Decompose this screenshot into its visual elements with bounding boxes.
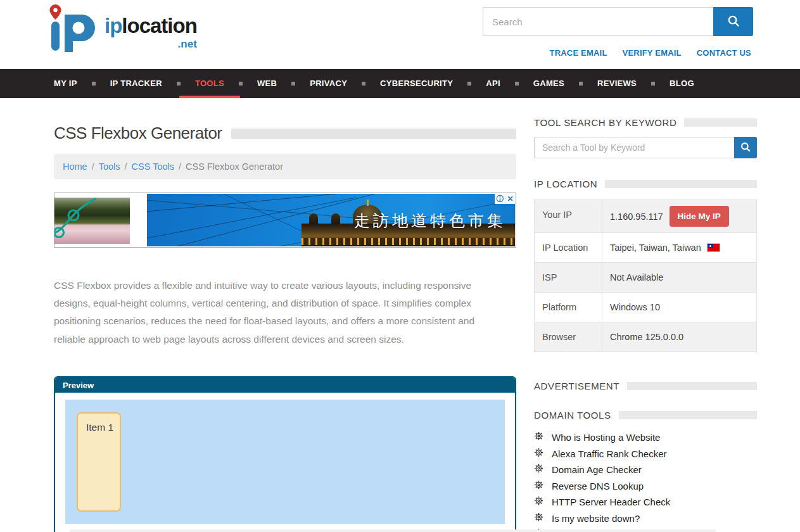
domain-tool-label: Who is Hosting a Website	[552, 432, 660, 443]
logo-mark-icon	[48, 4, 102, 62]
nav-item-ip-tracker[interactable]: IP TRACKER	[110, 69, 162, 98]
tool-search-heading: TOOL SEARCH BY KEYWORD	[534, 117, 757, 128]
nav-item-blog[interactable]: BLOG	[670, 69, 694, 98]
header-search	[483, 7, 753, 36]
header-search-input[interactable]	[483, 7, 713, 36]
search-icon	[727, 14, 740, 30]
ad-headline: 走訪地道特色市集	[354, 210, 506, 231]
breadcrumb-separator: /	[125, 162, 127, 172]
row-label: Platform	[535, 293, 602, 322]
breadcrumb-current: CSS Flexbox Generator	[186, 162, 283, 172]
ad-banner[interactable]: 走訪地道特色市集 ⓘ ✕	[54, 193, 516, 248]
breadcrumb-css-tools-link[interactable]: CSS Tools	[132, 162, 174, 172]
row-label: ISP	[535, 263, 602, 292]
domain-tool-link-http-header[interactable]: HTTP Server Header Check	[534, 496, 757, 508]
hide-my-ip-button[interactable]: Hide My IP	[670, 206, 729, 227]
heading-decor-bar	[684, 118, 757, 127]
nav-item-cybersecurity[interactable]: CYBERSECURITY	[380, 69, 453, 98]
verify-email-link[interactable]: VERIFY EMAIL	[623, 48, 682, 58]
heading-decor-bar	[619, 411, 757, 419]
domain-tools-list: Who is Hosting a Website Alexa Traffic R…	[534, 431, 757, 532]
breadcrumb-separator: /	[92, 162, 94, 172]
nav-separator	[291, 82, 295, 86]
row-value: Chrome 125.0.0.0	[602, 322, 756, 352]
tool-search	[534, 137, 757, 158]
gear-icon	[534, 496, 543, 508]
header-links: TRACE EMAIL VERIFY EMAIL CONTACT US	[550, 48, 751, 58]
table-row: Browser Chrome 125.0.0.0	[535, 322, 756, 352]
gear-icon	[534, 431, 543, 443]
domain-tool-link-reverse-dns[interactable]: Reverse DNS Lookup	[534, 480, 757, 492]
breadcrumb-home-link[interactable]: Home	[63, 162, 87, 172]
domain-tools-heading-text: DOMAIN TOOLS	[534, 410, 611, 421]
gear-icon	[534, 464, 543, 476]
domain-tool-label: HTTP Server Header Check	[552, 497, 670, 507]
ip-location-table: Your IP 1.160.95.117 Hide My IP IP Locat…	[534, 200, 757, 352]
gear-icon	[534, 480, 543, 492]
ip-location-heading: IP LOCATION	[534, 179, 757, 189]
heading-decor-bar	[605, 180, 757, 188]
tool-search-input[interactable]	[534, 137, 734, 158]
main-nav: MY IP IP TRACKER TOOLS WEB PRIVACY CYBER…	[0, 69, 800, 98]
site-logo[interactable]: iplocation .net	[48, 4, 197, 62]
ad-left-image	[54, 198, 130, 244]
gear-icon	[534, 512, 543, 524]
platform-value: Windows 10	[610, 302, 660, 312]
nav-item-api[interactable]: API	[486, 69, 500, 98]
tool-search-heading-text: TOOL SEARCH BY KEYWORD	[534, 117, 676, 128]
domain-tool-link-hosting[interactable]: Who is Hosting a Website	[534, 431, 757, 443]
table-row: Platform Windows 10	[535, 292, 756, 322]
table-row: Your IP 1.160.95.117 Hide My IP	[535, 200, 756, 232]
tool-search-button[interactable]	[734, 137, 757, 158]
domain-tool-link-alexa[interactable]: Alexa Traffic Rank Checker	[534, 448, 757, 460]
nav-separator	[651, 82, 655, 86]
nav-item-tools[interactable]: TOOLS	[195, 69, 224, 98]
ad-close-icon[interactable]: ✕	[505, 194, 515, 204]
main-column: CSS Flexbox Generator Home/Tools/CSS Too…	[54, 98, 516, 532]
site-header: iplocation .net TRACE EMAIL VERIFY EMAIL…	[0, 0, 800, 69]
domain-tools-heading: DOMAIN TOOLS	[534, 410, 757, 421]
breadcrumb-tools-link[interactable]: Tools	[99, 162, 120, 172]
advertisement-heading-text: ADVERTISEMENT	[534, 381, 619, 391]
nav-separator	[579, 82, 583, 86]
logo-tld: .net	[178, 38, 197, 51]
flexbox-preview-container: Item 1	[65, 400, 505, 524]
nav-item-games[interactable]: GAMES	[533, 69, 564, 98]
sidebar: TOOL SEARCH BY KEYWORD IP LOCATION Your …	[534, 98, 757, 532]
logo-wordmark: iplocation .net	[105, 14, 197, 38]
nav-separator	[362, 82, 365, 86]
tool-description: CSS Flexbox provides a flexible and intu…	[54, 277, 505, 348]
breadcrumb: Home/Tools/CSS Tools/CSS Flexbox Generat…	[54, 154, 516, 179]
domain-tool-link-website-down[interactable]: Is my website down?	[534, 512, 757, 524]
ad-badges: ⓘ ✕	[495, 194, 515, 204]
contact-us-link[interactable]: CONTACT US	[697, 48, 751, 58]
nav-separator	[467, 82, 471, 86]
your-ip-value: 1.160.95.117	[610, 212, 663, 222]
row-value: 1.160.95.117 Hide My IP	[602, 200, 756, 232]
nav-item-web[interactable]: WEB	[257, 69, 277, 98]
title-decor-bar	[231, 129, 516, 139]
nav-separator	[177, 82, 181, 86]
table-row: ISP Not Available	[535, 262, 756, 292]
taiwan-flag-icon	[708, 244, 720, 251]
row-value: Not Available	[602, 263, 756, 292]
ad-info-icon[interactable]: ⓘ	[495, 194, 505, 204]
header-search-button[interactable]	[713, 7, 753, 36]
nav-separator	[515, 82, 519, 86]
row-value: Windows 10	[602, 293, 756, 322]
row-label: Browser	[535, 322, 602, 352]
page-bottom-strip	[70, 529, 716, 532]
ip-location-heading-text: IP LOCATION	[534, 179, 597, 189]
nav-item-my-ip[interactable]: MY IP	[54, 69, 77, 98]
domain-tool-label: Is my website down?	[552, 513, 640, 524]
nav-item-privacy[interactable]: PRIVACY	[310, 69, 347, 98]
nav-separator	[239, 82, 243, 86]
domain-tool-label: Domain Age Checker	[552, 464, 642, 475]
isp-value: Not Available	[610, 272, 663, 282]
trace-email-link[interactable]: TRACE EMAIL	[550, 48, 607, 58]
preview-panel-title: Preview	[55, 377, 515, 393]
logo-word-location: location	[122, 14, 197, 37]
flexbox-preview-item[interactable]: Item 1	[77, 412, 121, 512]
domain-tool-link-domain-age[interactable]: Domain Age Checker	[534, 464, 757, 476]
nav-item-reviews[interactable]: REVIEWS	[597, 69, 637, 98]
